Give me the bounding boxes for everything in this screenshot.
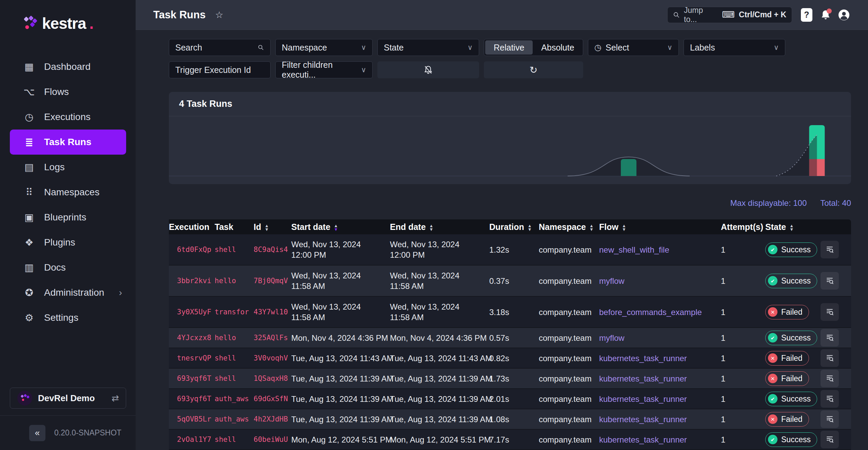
- trigger-execution-id-input[interactable]: [175, 65, 264, 75]
- actions-cell: [821, 234, 851, 266]
- attempts-cell: 1: [721, 328, 765, 348]
- column-header[interactable]: Attempt(s)▲▼: [721, 219, 765, 234]
- trigger-execution-id-field[interactable]: [169, 61, 271, 78]
- task-logs-button[interactable]: [821, 272, 839, 290]
- task-logs-button[interactable]: [821, 241, 839, 258]
- table-row[interactable]: 4YJcxzx8 hello 325AQlFs Mon, Nov 4, 2024…: [169, 328, 851, 348]
- execution-id-cell[interactable]: tnesrvQP: [169, 348, 215, 369]
- flow-link[interactable]: myflow: [599, 333, 625, 343]
- table-row[interactable]: 693yqf6T shell 1QSaqxH8 Tue, Aug 13, 202…: [169, 369, 851, 389]
- namespace-dropdown[interactable]: Namespace ∨: [275, 39, 373, 56]
- table-row[interactable]: tnesrvQP shell 3V0voqhV Tue, Aug 13, 202…: [169, 348, 851, 369]
- sidebar-item-plugins[interactable]: ❖ Plugins: [0, 230, 136, 255]
- flow-link[interactable]: kubernetes_task_runner: [599, 415, 687, 424]
- execution-id-cell[interactable]: 693yqf6T: [169, 389, 215, 409]
- refresh-button[interactable]: ↻: [484, 61, 583, 78]
- flow-link[interactable]: kubernetes_task_runner: [599, 435, 687, 444]
- jump-to-search[interactable]: Jump to... ⌨ Ctrl/Cmd + K: [667, 7, 792, 23]
- task-logs-button[interactable]: [821, 410, 839, 428]
- column-header[interactable]: Execution▲▼: [169, 219, 215, 234]
- taskrun-id-cell: 43Y7wl10: [254, 297, 291, 328]
- sidebar-item-executions[interactable]: ◷ Executions: [0, 104, 136, 130]
- sidebar-item-flows[interactable]: ⌥ Flows: [0, 79, 136, 104]
- state-dropdown[interactable]: State ∨: [377, 39, 479, 56]
- execution-id-cell[interactable]: 693yqf6T: [169, 369, 215, 389]
- attempts-cell: 1: [721, 348, 765, 369]
- start-date-cell: Wed, Nov 13, 2024 12:00 PM: [291, 234, 390, 266]
- execution-id-cell[interactable]: 6td0FxQp: [169, 234, 215, 266]
- kestra-logo[interactable]: kestra.: [0, 0, 136, 33]
- column-header[interactable]: Flow▲▼: [599, 219, 721, 234]
- absolute-toggle[interactable]: Absolute: [533, 40, 583, 55]
- column-header[interactable]: End date▲▼: [390, 219, 489, 234]
- sidebar-item-administration[interactable]: ✪ Administration ›: [0, 280, 136, 305]
- column-header[interactable]: ▲▼: [821, 219, 851, 234]
- task-logs-button[interactable]: [821, 303, 839, 321]
- sidebar-item-label: Executions: [44, 112, 91, 122]
- status-badge: ✕ Failed: [765, 351, 809, 366]
- tenant-switcher[interactable]: DevRel Demo ⇄: [10, 388, 126, 409]
- execution-id-cell[interactable]: 3bbr2kvi: [169, 266, 215, 297]
- column-header[interactable]: Id▲▼: [254, 219, 291, 234]
- column-header[interactable]: State▲▼: [765, 219, 821, 234]
- sidebar-item-settings[interactable]: ⚙ Settings: [0, 305, 136, 330]
- flow-link[interactable]: before_commands_example: [599, 308, 702, 317]
- flow-link[interactable]: new_shell_with_file: [599, 245, 669, 254]
- table-row[interactable]: 2vOal1Y7 shell 60beiWuU Mon, Aug 12, 202…: [169, 430, 851, 450]
- column-header[interactable]: Duration▲▼: [489, 219, 539, 234]
- flow-link[interactable]: kubernetes_task_runner: [599, 354, 687, 363]
- favorite-star-icon[interactable]: ☆: [215, 9, 223, 20]
- execution-id-cell[interactable]: 5qOVB5Lr: [169, 409, 215, 430]
- task-logs-button[interactable]: [821, 329, 839, 347]
- table-row[interactable]: 3y0X5UyF transfor 43Y7wl10 Wed, Nov 13, …: [169, 297, 851, 328]
- tenant-avatar: [17, 390, 33, 406]
- task-logs-button[interactable]: [821, 390, 839, 408]
- sidebar-item-task-runs[interactable]: ≣ Task Runs: [10, 130, 126, 155]
- search-input[interactable]: [175, 43, 258, 53]
- sidebar-item-logs[interactable]: ▤ Logs: [0, 155, 136, 180]
- table-row[interactable]: 693yqf6T auth_aws 69dGxSfN Tue, Aug 13, …: [169, 389, 851, 409]
- task-logs-button[interactable]: [821, 431, 839, 448]
- table-row[interactable]: 3bbr2kvi hello 7Bj0QmqV Wed, Nov 13, 202…: [169, 266, 851, 297]
- column-header[interactable]: Task▲▼: [215, 219, 254, 234]
- sidebar-item-namespaces[interactable]: ⠿ Namespaces: [0, 180, 136, 205]
- start-date-cell: Tue, Aug 13, 2024 11:39 AM: [291, 409, 390, 430]
- flows-icon: ⌥: [23, 86, 35, 98]
- search-field[interactable]: [169, 39, 271, 56]
- flow-link[interactable]: kubernetes_task_runner: [599, 374, 687, 383]
- notifications-bell-icon[interactable]: [821, 9, 831, 20]
- task-logs-button[interactable]: [821, 349, 839, 367]
- sidebar-item-docs[interactable]: ▥ Docs: [0, 255, 136, 280]
- namespace-cell: company.team: [539, 389, 599, 409]
- duration-cell: 1.73s: [489, 369, 539, 389]
- execution-id-cell[interactable]: 3y0X5UyF: [169, 297, 215, 328]
- execution-id-cell[interactable]: 2vOal1Y7: [169, 430, 215, 450]
- mute-notifications-button[interactable]: [377, 61, 479, 78]
- attempts-cell: 1: [721, 266, 765, 297]
- sidebar-item-dashboard[interactable]: ▦ Dashboard: [0, 54, 136, 79]
- namespaces-icon: ⠿: [23, 187, 35, 198]
- table-row[interactable]: 6td0FxQp shell 8C9aQis4 Wed, Nov 13, 202…: [169, 234, 851, 266]
- execution-id-cell[interactable]: 4YJcxzx8: [169, 328, 215, 348]
- task-logs-button[interactable]: [821, 370, 839, 387]
- kestra-app: kestra. ▦ Dashboard ⌥ Flows ◷ Execut: [0, 0, 868, 450]
- help-button[interactable]: ?: [801, 8, 812, 22]
- flow-cell: myflow: [599, 266, 721, 297]
- duration-cell: 2.01s: [489, 389, 539, 409]
- filter-children-dropdown[interactable]: Filter children executi... ∨: [275, 61, 373, 78]
- flow-link[interactable]: kubernetes_task_runner: [599, 394, 687, 404]
- column-header[interactable]: Namespace▲▼: [539, 219, 599, 234]
- relative-toggle[interactable]: Relative: [485, 40, 533, 55]
- duration-cell: 1.32s: [489, 234, 539, 266]
- time-range-dropdown[interactable]: ◷ Select ∨: [588, 39, 679, 56]
- shortcut-hint: Ctrl/Cmd + K: [739, 10, 786, 19]
- sidebar-item-blueprints[interactable]: ▣ Blueprints: [0, 205, 136, 230]
- flow-link[interactable]: myflow: [599, 276, 625, 286]
- collapse-sidebar-button[interactable]: «: [29, 425, 45, 441]
- labels-dropdown[interactable]: Labels ∨: [684, 39, 785, 56]
- user-avatar-icon[interactable]: [838, 9, 850, 21]
- column-header[interactable]: Start date▲▼: [291, 219, 390, 234]
- table-row[interactable]: 5qOVB5Lr auth_aws 4h2XJdHB Tue, Aug 13, …: [169, 409, 851, 430]
- flow-cell: kubernetes_task_runner: [599, 430, 721, 450]
- status-badge: ✕ Failed: [765, 371, 809, 386]
